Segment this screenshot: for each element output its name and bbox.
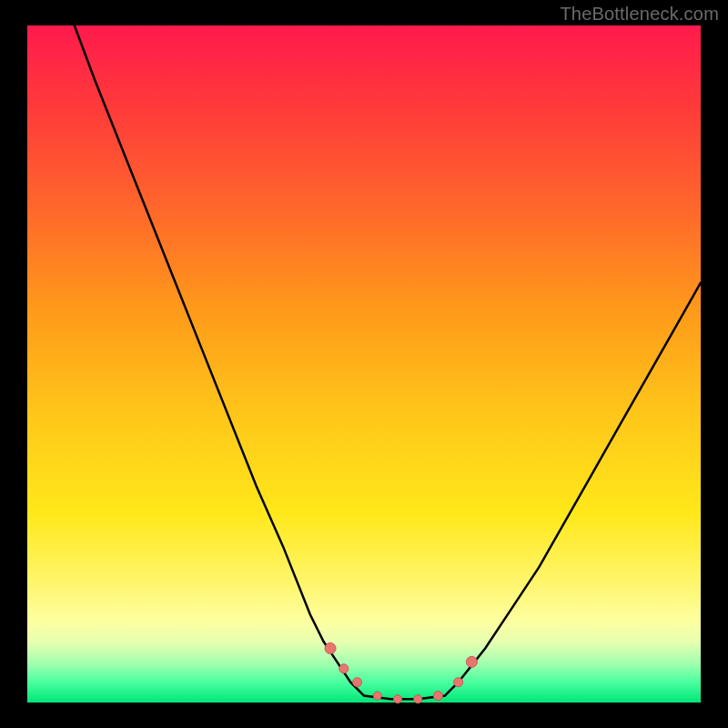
chart-frame: TheBottleneck.com xyxy=(0,0,728,728)
plot-area xyxy=(27,25,701,703)
watermark-label: TheBottleneck.com xyxy=(560,4,719,25)
